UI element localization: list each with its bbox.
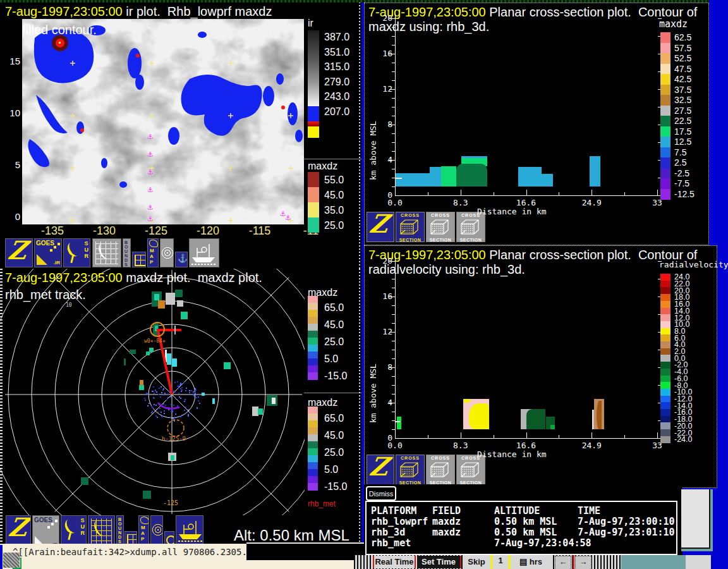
colorbar-tick-label: 37.5 (674, 85, 691, 95)
colorbar-segment (308, 296, 318, 303)
skip-step-input[interactable]: 1 (492, 555, 509, 569)
ppi-radar-display[interactable]: w0+-84+b-125-9-12510 (0, 269, 305, 515)
y-axis-tick (392, 385, 395, 386)
title-timestamp: 7-aug-1997,23:05:00 (5, 271, 123, 284)
toolbar-button-goes[interactable]: GOES.IR (34, 238, 62, 267)
y-axis-tick (392, 71, 395, 72)
toolbar-button-ship[interactable] (189, 238, 219, 267)
colorbar-segment (660, 436, 670, 443)
colorbar-segment (308, 427, 318, 435)
range-rings-icon (161, 247, 174, 259)
colorbar-segment (308, 469, 318, 477)
colorbar-tick-label: 351.0 (324, 47, 349, 58)
status-cell: 7-Aug-97,23:04:58 (494, 537, 592, 549)
y-axis-tick (392, 420, 395, 421)
colorbar-segment (660, 355, 670, 362)
svg-text:⚓: ⚓ (147, 186, 154, 194)
colorbar-tick-label: 55.0 (324, 174, 344, 186)
contour-blob (518, 167, 542, 187)
cross-section-button[interactable]: CROSSSECTION (396, 212, 425, 242)
xsec-plot-area[interactable] (396, 261, 658, 438)
y-axis-tick-label: 16 (373, 49, 392, 58)
x-axis-tick-label: -120 (189, 224, 227, 238)
radar-echo (139, 385, 144, 390)
step-forward-button[interactable]: → (575, 556, 592, 569)
colorbar-segment (660, 64, 670, 75)
ir-panel-toolbar: ZGOES.IRS U RB O U N D SM A P⚓ (0, 238, 361, 269)
title-timestamp: 7-aug-1997,23:05:00 (5, 4, 123, 18)
toolbar-button-radar-grid[interactable] (92, 238, 121, 267)
toolbar-button-buoy[interactable]: ⚓ (175, 252, 188, 267)
radar-echo (175, 290, 183, 297)
radar-echo (167, 353, 171, 365)
colorbar-segment (660, 189, 670, 200)
cross-section-button[interactable]: CROSSSECTION (456, 455, 485, 485)
set-time-button[interactable]: Set Time (417, 556, 461, 568)
satellite-clouds: ⚓⚓⚓ ⚓⚓⚓ ⚓⚓ (22, 19, 304, 224)
colorbar-segment (660, 147, 670, 158)
y-axis-tick (392, 429, 395, 430)
toolbar-button-bounds[interactable]: B O U N D S (123, 238, 131, 267)
x-axis-tick-label: 16.6 (511, 441, 542, 450)
hours-unit-button[interactable]: ▤ hrs (511, 555, 551, 569)
ir-plot-panel: 7-aug-1997,23:05:00 ir plot. Rhb_lowprf … (0, 3, 361, 269)
y-axis-tick (392, 288, 395, 288)
x-axis-tick-label: 0.0 (380, 198, 410, 207)
colorbar-segment (308, 413, 318, 421)
cross-section-button[interactable]: CROSSSECTION (426, 212, 455, 242)
dismiss-button[interactable]: Dismiss (366, 486, 396, 501)
ppi-plot-panel: w0+-84+b-125-9-12510 7-aug-1997,23:05:00… (0, 269, 361, 545)
colorbar-segment (660, 301, 670, 308)
y-axis-tick (392, 116, 395, 116)
step-back-button[interactable]: ← (555, 556, 571, 569)
colorbar-tick-label: 17.5 (674, 126, 691, 137)
radar-echo (140, 380, 143, 386)
grid-icon (135, 255, 146, 266)
colorbar-tick-label: 45.0 (324, 430, 344, 441)
colorbar-tick-label: -15.0 (324, 370, 347, 382)
x-axis-tick-label: 0.0 (380, 441, 410, 450)
status-cell: 0.50 km MSL (494, 516, 557, 527)
contour-blob (396, 173, 430, 187)
svg-text:⚓: ⚓ (147, 133, 154, 141)
colorbar-segment (660, 53, 670, 64)
y-axis-tick (392, 151, 395, 152)
real-time-button[interactable]: Real Time (373, 556, 416, 568)
toolbar-button-zebra[interactable]: Z (367, 212, 394, 242)
desktop-scrollbar-panel[interactable] (681, 489, 713, 551)
colorbar-segment (660, 382, 670, 389)
xsec-plot-area[interactable] (396, 18, 658, 195)
y-axis-tick (392, 27, 395, 28)
status-cell: maxdz (432, 516, 461, 527)
panel-title: 7-aug-1997,23:05:00 maxdz plot. maxdz pl… (5, 271, 262, 285)
taskbar-gray-block (686, 555, 711, 569)
y-axis-tick (392, 63, 395, 63)
cross-section-button[interactable]: CROSSSECTION (456, 212, 485, 242)
toolbar-button-sur[interactable]: S U R (63, 238, 90, 267)
colorbar-segment (660, 85, 670, 95)
xsec-radialvelocity-panel: 7-aug-1997,23:05:00 Planar cross-section… (364, 245, 717, 488)
y-axis-title: km above MSL (368, 322, 378, 423)
colorbar-tick-label: 57.5 (674, 43, 691, 53)
toolbar-button-grid[interactable] (132, 252, 146, 267)
toolbar-button-map[interactable]: M A P (147, 238, 159, 267)
colorbar-segment (308, 202, 319, 217)
toolbar-button-rings[interactable] (160, 238, 174, 267)
radar-echo (143, 491, 151, 499)
status-cell: 7-Aug-97,23:01:10 (578, 527, 675, 538)
terminal-command-line: ^[[Arain:beaufait:342>xdump.all 970806.2… (13, 547, 258, 557)
toolbar-button-zebra[interactable]: Z (5, 238, 33, 267)
cross-section-button[interactable]: CROSSSECTION (396, 455, 425, 485)
colorbar-tick-label: 32.5 (674, 95, 691, 105)
colorbar-segment (308, 365, 318, 373)
ir-satellite-image[interactable]: ⚓⚓⚓ ⚓⚓⚓ ⚓⚓ filled contour. (22, 19, 304, 224)
y-axis-tick-label: 5 (3, 159, 20, 170)
toolbar-button-zebra[interactable]: Z (367, 455, 394, 485)
cross-section-button[interactable]: CROSSSECTION (426, 455, 455, 485)
contour-blob (526, 409, 546, 429)
radar-echo (158, 300, 165, 309)
platform-label-rhb-met: rhb_met (308, 499, 336, 508)
colorbar-tick-label: 5.0 (324, 353, 338, 365)
y-axis-tick (392, 412, 395, 412)
colorbar-segment (660, 409, 670, 416)
